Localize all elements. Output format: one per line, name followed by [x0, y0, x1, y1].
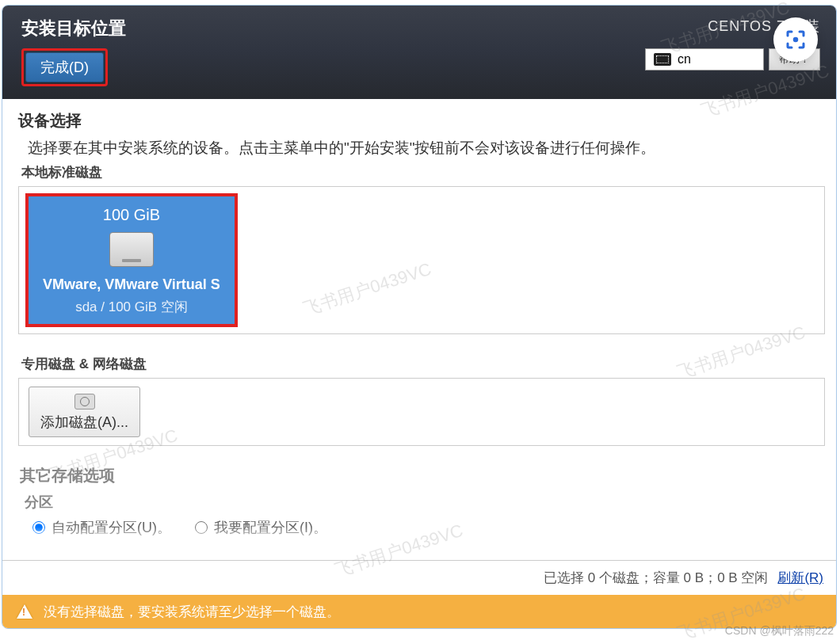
device-selection-heading: 设备选择 — [18, 110, 825, 131]
device-selection-description: 选择要在其中安装系统的设备。点击主菜单中的"开始安装"按钮前不会对该设备进行任何… — [28, 138, 825, 158]
storage-options-heading: 其它存储选项 — [20, 465, 825, 486]
manual-partition-radio[interactable] — [195, 521, 208, 534]
keyboard-layout-code: cn — [678, 52, 691, 67]
local-disks-label: 本地标准磁盘 — [21, 163, 825, 181]
special-disks-container: 添加磁盘(A)... — [18, 378, 825, 446]
status-summary: 已选择 0 个磁盘；容量 0 B；0 B 空闲 — [544, 569, 768, 587]
disk-detail: sda / 100 GiB 空闲 — [35, 298, 228, 316]
auto-partition-radio[interactable] — [32, 521, 45, 534]
warning-text: 没有选择磁盘，要安装系统请至少选择一个磁盘。 — [44, 603, 340, 621]
focus-badge — [773, 17, 818, 62]
auto-partition-text: 自动配置分区(U)。 — [52, 518, 171, 537]
network-disk-icon — [74, 394, 95, 410]
topbar-left: 安装目标位置 完成(D) — [21, 17, 126, 99]
manual-partition-text: 我要配置分区(I)。 — [214, 518, 327, 537]
partition-radio-group: 自动配置分区(U)。 我要配置分区(I)。 — [18, 518, 825, 537]
manual-partition-option[interactable]: 我要配置分区(I)。 — [195, 518, 327, 537]
svg-point-0 — [793, 37, 799, 43]
keyboard-icon — [654, 53, 671, 66]
content-area: 设备选择 选择要在其中安装系统的设备。点击主菜单中的"开始安装"按钮前不会对该设… — [2, 99, 836, 544]
local-disks-container: 100 GiB VMware, VMware Virtual S sda / 1… — [18, 186, 825, 334]
focus-icon — [784, 28, 808, 51]
hdd-icon — [109, 232, 154, 267]
add-disk-button[interactable]: 添加磁盘(A)... — [29, 387, 140, 437]
disk-card-highlight: 100 GiB VMware, VMware Virtual S sda / 1… — [25, 193, 238, 327]
page-title: 安装目标位置 — [21, 17, 126, 40]
status-bar: 已选择 0 个磁盘；容量 0 B；0 B 空闲 刷新(R) — [2, 560, 836, 595]
disk-model: VMware, VMware Virtual S — [35, 276, 228, 293]
disk-card[interactable]: 100 GiB VMware, VMware Virtual S sda / 1… — [29, 196, 235, 324]
done-button-highlight: 完成(D) — [21, 48, 108, 86]
warning-icon — [17, 604, 32, 619]
disk-size: 100 GiB — [35, 206, 228, 224]
installer-window: 安装目标位置 完成(D) CENTOS 7 安装 cn 帮助！ 设备选择 选择要… — [2, 5, 837, 629]
csdn-attribution: CSDN @枫叶落雨222 — [725, 624, 834, 638]
special-disks-label: 专用磁盘 & 网络磁盘 — [21, 355, 825, 373]
warning-bar: 没有选择磁盘，要安装系统请至少选择一个磁盘。 — [2, 595, 836, 628]
top-bar: 安装目标位置 完成(D) CENTOS 7 安装 cn 帮助！ — [2, 6, 836, 99]
done-button[interactable]: 完成(D) — [25, 52, 104, 82]
keyboard-layout-selector[interactable]: cn — [645, 48, 764, 70]
partition-label: 分区 — [25, 493, 825, 512]
auto-partition-option[interactable]: 自动配置分区(U)。 — [32, 518, 171, 537]
add-disk-label: 添加磁盘(A)... — [40, 413, 128, 432]
refresh-link[interactable]: 刷新(R) — [777, 569, 823, 587]
